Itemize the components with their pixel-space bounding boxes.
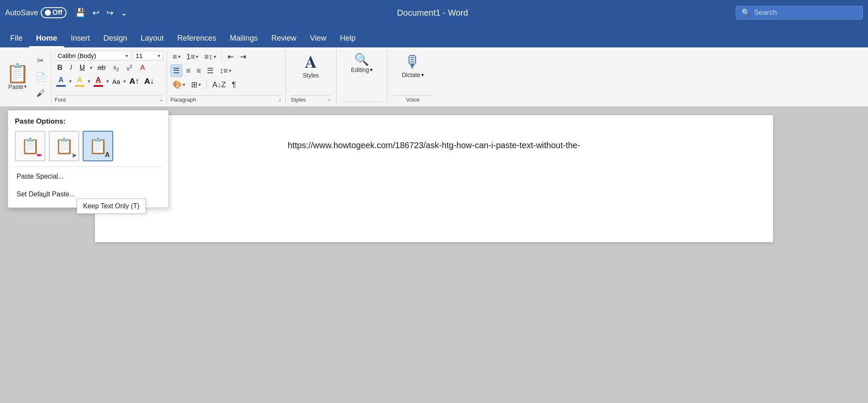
increase-indent-button[interactable]: ⇥ xyxy=(238,51,248,63)
menu-bar: File Home Insert Design Layout Reference… xyxy=(0,25,868,47)
para-separator-1 xyxy=(222,52,222,62)
strikethrough-button[interactable]: ab xyxy=(95,62,108,73)
ribbon: 📋 Paste ▾ ✂ 📄 🖌 Calibri (Body) ▾ 11 ▾ B xyxy=(0,47,868,107)
shading-arrow[interactable]: ▾ xyxy=(183,82,185,88)
font-family-value: Calibri (Body) xyxy=(58,52,96,59)
cut-button[interactable]: ✂ xyxy=(33,54,48,67)
qat-customize-icon[interactable]: ⌄ xyxy=(119,6,129,19)
toggle-text: Off xyxy=(53,9,62,17)
keep-text-only-tooltip: Keep Text Only (T) xyxy=(77,199,146,214)
styles-expand-icon[interactable]: ⌄ xyxy=(327,97,331,103)
menu-item-help[interactable]: Help xyxy=(333,30,362,47)
paste-special-item[interactable]: Paste Special... xyxy=(15,170,161,183)
undo-icon[interactable]: ↩ xyxy=(91,6,101,19)
paste-dropdown-arrow[interactable]: ▾ xyxy=(24,84,27,89)
shrink-font-button[interactable]: A↓ xyxy=(143,76,156,87)
font-row-1: Calibri (Body) ▾ 11 ▾ xyxy=(55,51,163,61)
superscript-button[interactable]: x2 xyxy=(124,62,135,73)
bullets-button[interactable]: ≡▾ xyxy=(170,51,183,63)
paste-keep-source-button[interactable]: 📋 ✏ xyxy=(15,131,45,161)
font-color-button[interactable]: A xyxy=(55,75,67,88)
decrease-indent-button[interactable]: ⇤ xyxy=(225,51,236,63)
editing-button[interactable]: 🔍 Editing ▾ xyxy=(348,51,376,75)
justify-button[interactable]: ☰ xyxy=(205,65,216,77)
paragraph-group: ≡▾ 1≡▾ ≡↕▾ ⇤ ⇥ ☰ ≡ ≡ ☰ ↕≡▾ 🎨 ▾ ⊞ ▾ A↓Z xyxy=(167,49,286,105)
editing-group: 🔍 Editing ▾ xyxy=(337,49,387,105)
format-painter-button[interactable]: 🖌 xyxy=(33,87,48,100)
font-case-arrow[interactable]: ▾ xyxy=(123,78,126,84)
save-icon[interactable]: 💾 xyxy=(73,6,87,19)
menu-item-file[interactable]: File xyxy=(3,30,29,47)
italic-button[interactable]: I xyxy=(67,62,75,73)
show-formatting-button[interactable]: ¶ xyxy=(230,79,238,91)
autosave-toggle[interactable]: Off xyxy=(41,7,67,18)
dictate-label: Dictate xyxy=(402,72,420,78)
search-box[interactable]: 🔍 xyxy=(736,6,863,19)
borders-button[interactable]: ⊞ ▾ xyxy=(189,79,203,91)
styles-button[interactable]: 𝐀 Styles xyxy=(299,51,322,80)
underline-arrow[interactable]: ▾ xyxy=(90,65,92,71)
highlight-arrow[interactable]: ▾ xyxy=(88,78,90,84)
paste-button[interactable]: 📋 Paste ▾ xyxy=(3,51,33,103)
text-effects-button[interactable]: A xyxy=(137,62,147,73)
subscript-button[interactable]: x2 xyxy=(111,63,121,73)
keep-text-only-item[interactable] xyxy=(15,183,161,188)
font-color-indicator xyxy=(56,85,66,87)
multilevel-arrow[interactable]: ▾ xyxy=(214,54,216,60)
menu-item-design[interactable]: Design xyxy=(97,30,134,47)
highlight-color-indicator xyxy=(75,85,84,87)
underline-color-button[interactable]: A xyxy=(92,75,105,88)
menu-item-references[interactable]: References xyxy=(170,30,223,47)
para-row-2: ☰ ≡ ≡ ☰ ↕≡▾ xyxy=(170,64,282,77)
numbering-button[interactable]: 1≡▾ xyxy=(184,51,201,63)
align-right-button[interactable]: ≡ xyxy=(195,65,203,77)
dictate-icon: 🎙 xyxy=(404,52,421,72)
menu-item-home[interactable]: Home xyxy=(29,30,64,47)
menu-item-view[interactable]: View xyxy=(303,30,333,47)
font-expand-icon[interactable]: ⌄ xyxy=(159,97,163,102)
underline-color-indicator xyxy=(94,85,103,87)
font-family-selector[interactable]: Calibri (Body) ▾ xyxy=(55,51,131,61)
font-case-button[interactable]: Aa xyxy=(111,77,122,86)
paste-source-letter: ✏ xyxy=(37,152,42,159)
paste-icons-row: 📋 ✏ 📋 ➤ 📋 A xyxy=(15,131,161,161)
grow-font-button[interactable]: A↑ xyxy=(128,76,141,87)
multilevel-button[interactable]: ≡↕▾ xyxy=(202,51,218,63)
bold-button[interactable]: B xyxy=(55,62,65,73)
paragraph-expand-icon[interactable]: ⌄ xyxy=(278,97,282,102)
borders-arrow[interactable]: ▾ xyxy=(198,82,201,88)
sort-button[interactable]: A↓Z xyxy=(210,79,228,91)
font-color-arrow[interactable]: ▾ xyxy=(69,78,72,84)
menu-item-layout[interactable]: Layout xyxy=(134,30,170,47)
highlight-color-button[interactable]: A xyxy=(73,75,86,88)
font-size-selector[interactable]: 11 ▾ xyxy=(133,51,163,61)
align-left-button[interactable]: ☰ xyxy=(170,64,182,77)
line-spacing-arrow[interactable]: ▾ xyxy=(229,68,231,74)
dictate-button[interactable]: 🎙 Dictate ▾ xyxy=(398,51,427,80)
numbering-arrow[interactable]: ▾ xyxy=(196,54,198,60)
bullets-arrow[interactable]: ▾ xyxy=(178,54,181,60)
underline-color-arrow[interactable]: ▾ xyxy=(106,78,109,84)
menu-item-mailings[interactable]: Mailings xyxy=(223,30,264,47)
menu-item-insert[interactable]: Insert xyxy=(64,30,97,47)
align-center-button[interactable]: ≡ xyxy=(184,65,193,77)
paste-text-only-button[interactable]: 📋 A xyxy=(83,131,113,161)
editing-dropdown-arrow[interactable]: ▾ xyxy=(370,67,373,73)
doc-page: https://www.howtogeek.com/186723/ask-htg… xyxy=(95,115,773,242)
font-family-arrow: ▾ xyxy=(125,53,128,59)
line-spacing-button[interactable]: ↕≡▾ xyxy=(217,65,234,77)
paste-merge-button[interactable]: 📋 ➤ xyxy=(49,131,79,161)
menu-item-review[interactable]: Review xyxy=(264,30,303,47)
search-input[interactable] xyxy=(754,8,856,17)
toggle-circle-icon xyxy=(45,10,51,16)
dictate-dropdown-arrow[interactable]: ▾ xyxy=(421,72,424,78)
paragraph-group-footer: Paragraph ⌄ xyxy=(170,95,282,103)
paste-text-letter: A xyxy=(105,151,110,159)
autosave-label: AutoSave xyxy=(5,8,38,17)
redo-icon[interactable]: ↪ xyxy=(105,6,115,19)
copy-button[interactable]: 📄 xyxy=(33,70,48,84)
title-bar: AutoSave Off 💾 ↩ ↪ ⌄ Document1 - Word 🔍 xyxy=(0,0,868,25)
highlight-icon: A xyxy=(77,76,82,84)
shading-button[interactable]: 🎨 ▾ xyxy=(170,79,187,91)
underline-button[interactable]: U xyxy=(77,62,87,73)
